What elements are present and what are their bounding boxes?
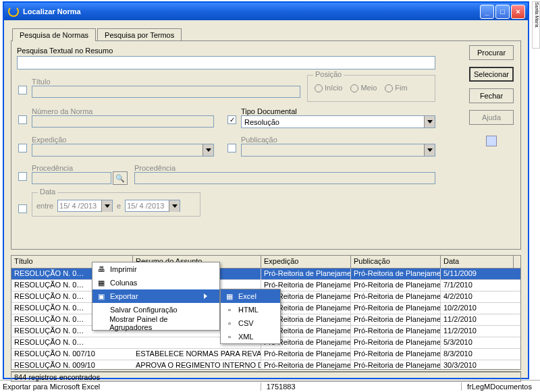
side-tab: Santa Maria (532, 1, 540, 49)
close-button[interactable]: × (511, 5, 525, 19)
procedencia-checkbox[interactable] (18, 172, 27, 181)
publicacao-combo[interactable] (241, 144, 435, 157)
pos-fim-radio[interactable] (385, 84, 393, 92)
export-icon: ▣ (95, 291, 107, 302)
table-row[interactable]: RESOLUÇÃO N. 009/10APROVA O REGIMENTO IN… (11, 360, 520, 370)
ctx-imprimir[interactable]: 🖶Imprimir (92, 262, 219, 276)
window-title: Localizar Norma (23, 7, 81, 16)
app-icon (8, 6, 19, 17)
grid-header: Título Resumo do Assunto Expedição Publi… (11, 256, 520, 269)
export-excel[interactable]: ▦Excel (221, 289, 280, 303)
csv-icon: ▫ (223, 318, 236, 329)
chevron-down-icon (424, 116, 435, 128)
date-from[interactable]: 15/ 4 /2013 (57, 200, 113, 212)
numero-label: Número da Norma (32, 107, 92, 115)
posicao-group: Posição Início Meio Fim (307, 75, 435, 102)
export-csv[interactable]: ▫CSV (221, 316, 280, 330)
statusbar: Exportar para Microsoft Excel 1751883 fr… (0, 380, 540, 392)
ctx-mostrar-painel[interactable]: Mostrar Painel de Agrupadores (92, 316, 219, 330)
selecionar-button[interactable]: Selecionar (469, 67, 514, 82)
ajuda-button[interactable]: Ajuda (469, 110, 514, 125)
procedencia-code-input[interactable] (32, 172, 111, 184)
publicacao-label: Publicação (241, 136, 277, 144)
data-label: Data (38, 188, 57, 196)
tipo-doc-combo[interactable]: Resolução (241, 115, 435, 128)
procedencia1-label: Procedência (32, 164, 73, 172)
maximize-button[interactable]: □ (495, 5, 510, 19)
textual-search-input[interactable] (17, 56, 435, 69)
textual-search-label: Pesquisa Textual no Resumo (17, 47, 515, 55)
html-icon: ▫ (223, 304, 236, 315)
ctx-salvar-config[interactable]: Salvar Configuração (92, 303, 219, 316)
titulo-checkbox[interactable] (18, 86, 27, 94)
titulo-label: Título (32, 78, 51, 86)
chevron-down-icon (424, 144, 435, 156)
procedencia2-label: Procedência (134, 164, 176, 172)
col-expedicao[interactable]: Expedição (261, 256, 351, 268)
titulo-input[interactable] (32, 86, 300, 98)
pos-inicio-radio[interactable] (315, 84, 323, 92)
context-menu: 🖶Imprimir ▦Colunas ▣Exportar Salvar Conf… (92, 262, 220, 331)
chevron-down-icon (169, 200, 180, 212)
date-to[interactable]: 15/ 4 /2013 (125, 200, 180, 212)
status-num: 1751883 (261, 383, 301, 391)
fechar-button[interactable]: Fechar (469, 88, 514, 103)
table-row[interactable]: RESOLUÇÃO N. 0……UFSM, SOBIPró-Reitoria d… (11, 269, 520, 280)
tipo-doc-label: Tipo Documental (241, 107, 297, 115)
tipo-checkbox[interactable]: ✓ (227, 115, 236, 124)
chevron-down-icon (101, 200, 112, 212)
expedicao-checkbox[interactable] (18, 144, 27, 152)
tab-pesquisa-termos[interactable]: Pesquisa por Termos (97, 28, 182, 41)
tab-pesquisa-normas[interactable]: Pesquisa de Normas (12, 28, 96, 41)
numero-input[interactable] (32, 115, 214, 128)
columns-icon: ▦ (95, 277, 107, 288)
data-group: Data entre 15/ 4 /2013 e 15/ 4 /2013 (32, 192, 200, 217)
search-panel: Pesquisa Textual no Resumo Procurar Sele… (11, 40, 521, 250)
export-html[interactable]: ▫HTML (221, 303, 280, 316)
export-submenu: ▦Excel ▫HTML ▫CSV ▫XML (220, 289, 281, 344)
procedencia-lookup-button[interactable]: 🔍 (113, 171, 128, 185)
excel-icon: ▦ (223, 291, 236, 302)
ctx-exportar[interactable]: ▣Exportar (92, 289, 219, 303)
data-checkbox[interactable] (18, 204, 27, 213)
titlebar: Localizar Norma _ □ × (4, 3, 528, 20)
export-xml[interactable]: ▫XML (221, 330, 280, 343)
ctx-colunas[interactable]: ▦Colunas (92, 276, 219, 289)
publicacao-checkbox[interactable] (227, 144, 236, 152)
numero-checkbox[interactable] (18, 115, 27, 124)
pos-meio-radio[interactable] (350, 84, 358, 92)
table-row[interactable]: RESOLUÇÃO N. 007/10ESTABELECE NORMAS PAR… (11, 349, 520, 360)
col-data[interactable]: Data (441, 256, 514, 268)
status-form: frLegMDocumentos (461, 383, 537, 391)
document-icon (486, 136, 497, 146)
xml-icon: ▫ (223, 331, 236, 342)
print-icon: 🖶 (95, 264, 107, 275)
posicao-label: Posição (313, 70, 344, 78)
minimize-button[interactable]: _ (480, 5, 494, 19)
status-hint: Exportar para Microsoft Excel (3, 383, 100, 391)
procedencia-name-input[interactable] (134, 172, 435, 184)
expedicao-label: Expedição (32, 136, 66, 144)
procurar-button[interactable]: Procurar (469, 45, 514, 60)
window: Localizar Norma _ □ × Pesquisa de Normas… (3, 1, 529, 379)
col-publicacao[interactable]: Publicação (351, 256, 441, 268)
expedicao-combo[interactable] (32, 144, 214, 157)
chevron-down-icon (202, 144, 213, 156)
